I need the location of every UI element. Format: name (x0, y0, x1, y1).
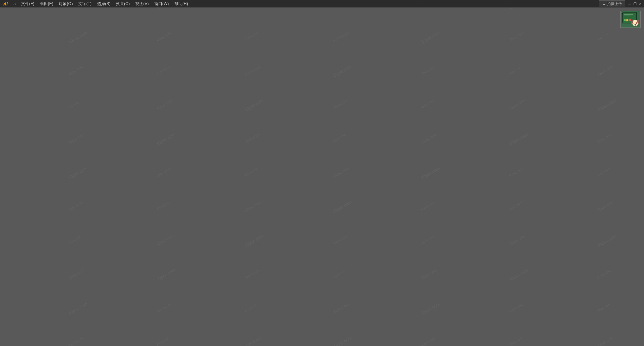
menu-text[interactable]: 文字(T) (76, 0, 94, 7)
minimize-button[interactable]: — (627, 1, 632, 6)
menu-file[interactable]: 文件(F) (18, 0, 37, 7)
watermark-text: iDpsc.com (597, 303, 610, 313)
watermark-text: iDpsc.com (420, 200, 436, 212)
main-canvas-area: // Generate watermark grid const wc = do… (0, 7, 644, 346)
watermark-text: iDpsc.com (156, 337, 170, 346)
watermark-text: iDpsc.com (332, 335, 353, 346)
watermark-text: iDpsc.com (420, 166, 441, 180)
watermark-text: iDpsc.com (597, 98, 617, 112)
watermark-text: iDpsc.com (156, 65, 170, 75)
watermark-text: iDpsc.com (244, 64, 261, 77)
watermark-text: iDpsc.com (420, 336, 436, 346)
watermark-text: iDpsc.com (420, 301, 441, 316)
watermark-text: iDpsc.com (597, 200, 613, 212)
watermark-text: iDpsc.com (508, 65, 522, 75)
menu-object[interactable]: 对象(O) (56, 0, 75, 7)
watermark-text: iDpsc.com (244, 303, 258, 313)
watermark-text: iDpsc.com (508, 7, 529, 11)
watermark-text: iDpsc.com (597, 167, 610, 177)
menubar: 文件(F) 编辑(E) 对象(O) 文字(T) 选择(S) 效果(C) 视图(V… (18, 0, 599, 7)
watermark-text: iDpsc.com (508, 267, 529, 282)
watermark-text: iDpsc.com (597, 133, 612, 144)
watermark-text: iDpsc.com (332, 99, 348, 110)
watermark-text: iDpsc.com (508, 234, 525, 246)
titlebar: Ai ⌂ 文件(F) 编辑(E) 对象(O) 文字(T) 选择(S) 效果(C)… (0, 0, 644, 7)
watermark-text: iDpsc.com (68, 200, 83, 212)
watermark-overlay: // Generate watermark grid const wc = do… (0, 7, 644, 346)
watermark-text: iDpsc.com (332, 269, 346, 279)
watermark-text: iDpsc.com (156, 167, 172, 178)
watermark-text: iDpsc.com (68, 235, 82, 245)
watermark-text: iDpsc.com (332, 31, 349, 43)
watermark-text: iDpsc.com (508, 167, 524, 178)
watermark-text: iDpsc.com (156, 201, 170, 211)
watermark-text: iDpsc.com (68, 166, 88, 180)
watermark-text: iDpsc.com (332, 302, 349, 314)
watermark-text: iDpsc.com (597, 233, 617, 248)
cloud-label: 拍摄上传 (607, 1, 622, 6)
watermark-text: iDpsc.com (244, 167, 258, 177)
watermark-text: iDpsc.com (244, 200, 261, 212)
watermark-text: iDpsc.com (68, 65, 83, 76)
preview-thumbnail-content: 🐶 ✛ (621, 11, 640, 27)
app-logo: Ai (0, 0, 11, 7)
watermark-text: iDpsc.com (332, 133, 346, 143)
preview-figure: 🐶 (630, 19, 640, 27)
watermark-text: iDpsc.com (420, 7, 437, 9)
preview-icon-green (624, 19, 626, 21)
menu-edit[interactable]: 编辑(E) (37, 0, 56, 7)
home-icon[interactable]: ⌂ (11, 0, 18, 7)
document-preview-thumbnail[interactable]: 🐶 ✛ (620, 11, 641, 28)
watermark-text: iDpsc.com (68, 99, 82, 109)
watermark-text: iDpsc.com (332, 199, 353, 214)
watermark-text: iDpsc.com (508, 98, 525, 111)
watermark-text: iDpsc.com (244, 233, 264, 248)
watermark-text: iDpsc.com (508, 302, 524, 313)
menu-select[interactable]: 选择(S) (94, 0, 113, 7)
watermark-text: iDpsc.com (420, 65, 436, 76)
watermark-text: iDpsc.com (244, 268, 260, 280)
watermark-text: iDpsc.com (420, 132, 437, 145)
menu-view[interactable]: 视图(V) (133, 0, 152, 7)
watermark-text: iDpsc.com (508, 31, 524, 42)
watermark-text: iDpsc.com (68, 132, 85, 145)
menu-help[interactable]: 帮助(H) (172, 0, 191, 7)
watermark-text: iDpsc.com (68, 30, 88, 44)
watermark-text: iDpsc.com (156, 7, 176, 11)
watermark-text: iDpsc.com (156, 234, 173, 246)
titlebar-controls: ☁ 拍摄上传 — ❐ ✕ (599, 0, 644, 7)
preview-pointer-icon: ✛ (621, 12, 623, 15)
close-button[interactable]: ✕ (638, 1, 643, 6)
watermark-text: iDpsc.com (597, 268, 612, 280)
watermark-text: iDpsc.com (420, 99, 434, 109)
watermark-text: iDpsc.com (420, 235, 434, 245)
cloud-icon: ☁ (602, 2, 606, 6)
watermark-text: iDpsc.com (68, 7, 85, 9)
cloud-upload-button[interactable]: ☁ 拍摄上传 (599, 0, 625, 7)
watermark-text: iDpsc.com (68, 301, 88, 316)
watermark-text: iDpsc.com (597, 336, 613, 346)
watermark-text: iDpsc.com (332, 234, 348, 246)
watermark-text: iDpsc.com (156, 302, 172, 313)
watermark-text: iDpsc.com (244, 31, 258, 41)
menu-effect[interactable]: 效果(C) (113, 0, 133, 7)
watermark-text: iDpsc.com (332, 166, 349, 178)
restore-button[interactable]: ❐ (632, 1, 637, 6)
preview-icon-orange (626, 19, 628, 21)
watermark-text: iDpsc.com (420, 30, 441, 44)
watermark-text: iDpsc.com (244, 133, 260, 144)
watermark-text: iDpsc.com (508, 337, 522, 346)
watermark-text: iDpsc.com (244, 7, 260, 8)
watermark-text: iDpsc.com (68, 268, 85, 280)
watermark-text: iDpsc.com (597, 64, 613, 77)
watermark-text: iDpsc.com (332, 64, 353, 78)
watermark-text: iDpsc.com (508, 132, 529, 146)
watermark-text: iDpsc.com (244, 336, 261, 346)
menu-window[interactable]: 窗口(W) (152, 0, 172, 7)
watermark-text: iDpsc.com (597, 7, 612, 8)
watermark-text: iDpsc.com (244, 98, 264, 112)
watermark-text: iDpsc.com (156, 267, 176, 282)
watermark-text: iDpsc.com (156, 31, 172, 42)
watermark-text: iDpsc.com (508, 201, 522, 211)
watermark-text: iDpsc.com (156, 98, 173, 111)
